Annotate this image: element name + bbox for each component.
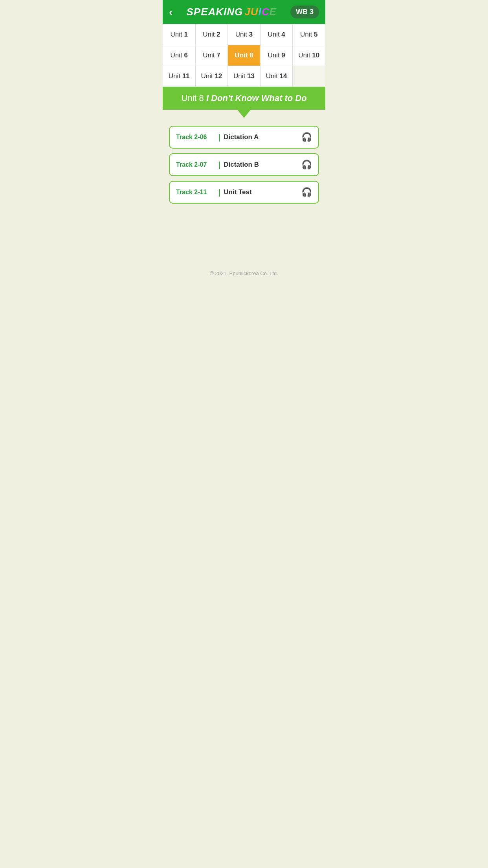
headphone-icon[interactable]: 🎧 [301, 187, 312, 197]
unit-cell-13[interactable]: Unit 13 [228, 66, 261, 87]
app-header: ‹ Speaking Juice WB 3 [163, 0, 325, 24]
unit-cell-3[interactable]: Unit 3 [228, 24, 261, 45]
unit-number: 10 [312, 51, 319, 59]
unit-cell-6[interactable]: Unit 6 [163, 45, 196, 66]
banner-title: I Don't Know What to Do [206, 93, 307, 103]
back-button[interactable]: ‹ [169, 6, 172, 18]
unit-label: Unit [300, 31, 314, 38]
juice-letter-e: e [270, 6, 277, 18]
unit-number: 3 [249, 31, 253, 38]
track-divider: | [218, 133, 220, 142]
unit-label: Unit [266, 72, 280, 80]
track-divider: | [218, 160, 220, 169]
unit-number: 7 [216, 51, 220, 59]
track-name: Dictation B [224, 161, 301, 169]
unit-label: Unit [201, 72, 215, 80]
unit-label: Unit [203, 51, 216, 59]
app-title: Speaking Juice [176, 6, 286, 18]
track-list: Track 2-06 | Dictation A 🎧 Track 2-07 | … [163, 118, 325, 211]
unit-cell-15 [293, 66, 325, 87]
unit-cell-11[interactable]: Unit 11 [163, 66, 196, 87]
unit-label: Unit [171, 31, 184, 38]
banner-arrow [237, 109, 251, 118]
title-juice-text: Juice [244, 6, 277, 18]
unit-number: 13 [247, 72, 255, 80]
juice-letter-j: J [244, 6, 250, 18]
unit-number: 12 [215, 72, 222, 80]
unit-label: Unit [171, 51, 184, 59]
unit-label: Unit [298, 51, 312, 59]
unit-label: Unit [268, 31, 281, 38]
banner-unit-prefix: Unit 8 [181, 93, 204, 103]
unit-cell-9[interactable]: Unit 9 [261, 45, 293, 66]
unit-cell-4[interactable]: Unit 4 [261, 24, 293, 45]
unit-cell-2[interactable]: Unit 2 [196, 24, 228, 45]
unit-label: Unit [235, 31, 249, 38]
unit-label: Unit [203, 31, 216, 38]
unit-grid: Unit 1Unit 2Unit 3Unit 4Unit 5Unit 6Unit… [163, 24, 325, 87]
unit-label: Unit [235, 51, 250, 59]
unit-number: 5 [314, 31, 317, 38]
unit-number: 9 [281, 51, 285, 59]
unit-number: 8 [250, 51, 253, 59]
track-item[interactable]: Track 2-06 | Dictation A 🎧 [169, 126, 319, 149]
headphone-icon[interactable]: 🎧 [301, 160, 312, 170]
track-id: Track 2-11 [176, 189, 215, 196]
juice-letter-i: i [259, 6, 262, 18]
track-divider: | [218, 188, 220, 197]
unit-label: Unit [169, 72, 182, 80]
track-id: Track 2-07 [176, 161, 215, 168]
footer: © 2021. Epublickorea Co.,Ltd. [163, 259, 325, 284]
unit-label: Unit [268, 51, 281, 59]
main-content: Unit 1Unit 2Unit 3Unit 4Unit 5Unit 6Unit… [163, 24, 325, 284]
track-id: Track 2-06 [176, 134, 215, 141]
unit-cell-1[interactable]: Unit 1 [163, 24, 196, 45]
juice-letter-c: c [262, 6, 270, 18]
unit-cell-8[interactable]: Unit 8 [228, 45, 261, 66]
track-item[interactable]: Track 2-07 | Dictation B 🎧 [169, 153, 319, 176]
unit-number: 1 [184, 31, 188, 38]
juice-letter-u: u [251, 6, 259, 18]
track-item[interactable]: Track 2-11 | Unit Test 🎧 [169, 181, 319, 204]
unit-cell-7[interactable]: Unit 7 [196, 45, 228, 66]
headphone-icon[interactable]: 🎧 [301, 132, 312, 142]
unit-cell-10[interactable]: Unit 10 [293, 45, 325, 66]
unit-banner: Unit 8 I Don't Know What to Do [163, 87, 325, 110]
unit-number: 11 [182, 72, 190, 80]
track-name: Dictation A [224, 133, 301, 141]
unit-number: 14 [280, 72, 287, 80]
copyright-text: © 2021. Epublickorea Co.,Ltd. [210, 270, 278, 276]
unit-number: 4 [281, 31, 285, 38]
unit-cell-14[interactable]: Unit 14 [261, 66, 293, 87]
title-speaking-text: Speaking [186, 6, 243, 18]
unit-cell-12[interactable]: Unit 12 [196, 66, 228, 87]
unit-cell-5[interactable]: Unit 5 [293, 24, 325, 45]
wb-badge: WB 3 [290, 6, 319, 18]
unit-number: 6 [184, 51, 188, 59]
track-name: Unit Test [224, 188, 301, 196]
unit-number: 2 [216, 31, 220, 38]
unit-label: Unit [233, 72, 247, 80]
